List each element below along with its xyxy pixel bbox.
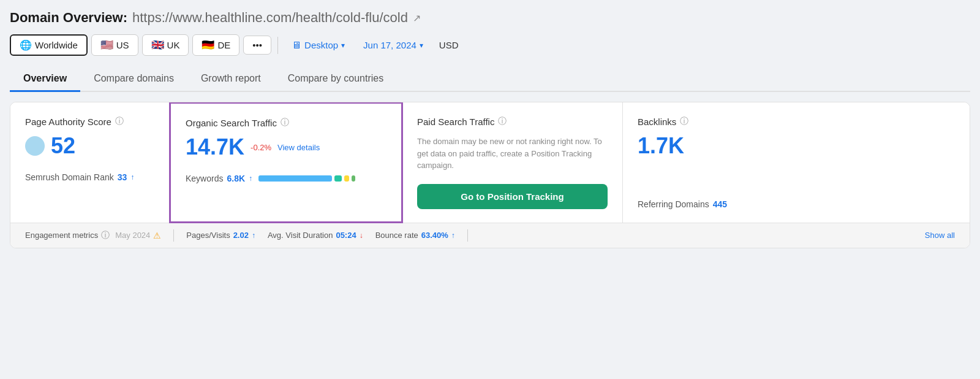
filter-bar: 🌐 Worldwide 🇺🇸 US 🇬🇧 UK 🇩🇪 DE ••• 🖥 Desk… — [10, 34, 970, 56]
tab-compare-countries[interactable]: Compare by countries — [274, 67, 398, 92]
device-label: Desktop — [304, 40, 338, 50]
info-icon[interactable]: ⓘ — [680, 116, 688, 127]
semrush-rank-value: 33 — [118, 172, 127, 182]
bounce-rate-item: Bounce rate 63.40% ↑ — [375, 231, 455, 240]
info-icon[interactable]: ⓘ — [101, 230, 110, 241]
chevron-down-icon: ▾ — [420, 41, 423, 50]
paid-traffic-card: Paid Search Traffic ⓘ The domain may be … — [402, 102, 623, 223]
keyword-bar-blue — [258, 175, 332, 182]
organic-traffic-label: Organic Search Traffic ⓘ — [186, 117, 386, 128]
tab-growth-report[interactable]: Growth report — [187, 67, 274, 92]
keyword-bar-teal — [334, 175, 342, 182]
page-container: Domain Overview: https://www.healthline.… — [10, 10, 970, 248]
more-label: ••• — [252, 40, 262, 50]
chevron-down-icon: ▾ — [341, 41, 345, 50]
pages-visits-item: Pages/Visits 2.02 ↑ — [186, 231, 255, 240]
keywords-trend-icon: ↑ — [249, 174, 252, 183]
paid-traffic-label: Paid Search Traffic ⓘ — [417, 116, 608, 127]
engagement-divider-2 — [467, 229, 468, 242]
de-flag-icon: 🇩🇪 — [202, 39, 214, 52]
organic-traffic-value: 14.7K — [186, 134, 244, 160]
info-icon[interactable]: ⓘ — [281, 117, 289, 128]
organic-traffic-change: -0.2% — [251, 143, 271, 152]
engagement-bar: Engagement metrics ⓘ May 2024 ⚠ Pages/Vi… — [10, 223, 970, 248]
keywords-row: Keywords 6.8K ↑ — [186, 174, 386, 183]
backlinks-card: Backlinks ⓘ 1.7K Referring Domains 445 — [623, 102, 970, 223]
uk-flag-icon: 🇬🇧 — [151, 39, 164, 52]
uk-button[interactable]: 🇬🇧 UK — [142, 34, 189, 56]
rank-trend-icon: ↑ — [130, 173, 134, 182]
metrics-grid: Page Authority Score ⓘ 52 Semrush Domain… — [10, 102, 970, 223]
bounce-rate-value: 63.40% — [421, 231, 448, 240]
organic-traffic-value-row: 14.7K -0.2% View details — [186, 134, 386, 160]
uk-label: UK — [167, 40, 180, 50]
semrush-rank-row: Semrush Domain Rank 33 ↑ — [25, 172, 154, 182]
keywords-value: 6.8K — [227, 174, 245, 183]
desktop-icon: 🖥 — [292, 40, 301, 51]
backlinks-value-row: 1.7K — [638, 133, 955, 159]
tab-overview[interactable]: Overview — [10, 67, 80, 92]
warning-icon: ⚠ — [153, 231, 161, 240]
info-icon[interactable]: ⓘ — [498, 116, 507, 127]
pages-visits-value: 2.02 — [233, 231, 249, 240]
date-label: Jun 17, 2024 — [363, 40, 417, 50]
paid-traffic-description: The domain may be new or not ranking rig… — [417, 136, 608, 172]
page-title: Domain Overview: — [10, 10, 127, 26]
header-row: Domain Overview: https://www.healthline.… — [10, 10, 970, 26]
bounce-rate-trend: ↑ — [451, 231, 455, 240]
referring-domains-row: Referring Domains 445 — [638, 199, 955, 209]
keyword-bar-yellow — [344, 175, 349, 182]
position-tracking-button[interactable]: Go to Position Tracking — [417, 184, 608, 209]
avg-visit-item: Avg. Visit Duration 05:24 ↓ — [268, 231, 363, 240]
globe-icon: 🌐 — [20, 39, 32, 51]
domain-url: https://www.healthline.com/health/cold-f… — [132, 10, 408, 26]
keyword-bar-green — [352, 175, 355, 182]
us-button[interactable]: 🇺🇸 US — [91, 34, 138, 56]
currency-label: USD — [434, 36, 464, 54]
info-icon[interactable]: ⓘ — [115, 116, 124, 127]
keyword-bar-container — [258, 175, 355, 182]
view-details-link[interactable]: View details — [277, 143, 320, 152]
avg-visit-value: 05:24 — [336, 231, 356, 240]
page-authority-value-row: 52 — [25, 133, 154, 159]
page-authority-card: Page Authority Score ⓘ 52 Semrush Domain… — [10, 102, 170, 223]
authority-circle — [25, 136, 45, 156]
tabs-row: Overview Compare domains Growth report C… — [10, 67, 970, 92]
worldwide-button[interactable]: 🌐 Worldwide — [10, 34, 88, 56]
date-dropdown[interactable]: Jun 17, 2024 ▾ — [356, 36, 431, 54]
us-label: US — [116, 40, 129, 50]
external-link-icon[interactable]: ↗ — [413, 12, 421, 24]
filter-separator — [277, 37, 278, 54]
device-dropdown[interactable]: 🖥 Desktop ▾ — [284, 36, 352, 55]
more-button[interactable]: ••• — [243, 36, 271, 55]
avg-visit-trend: ↓ — [360, 231, 363, 240]
engagement-divider — [173, 229, 174, 242]
organic-traffic-card: Organic Search Traffic ⓘ 14.7K -0.2% Vie… — [169, 102, 403, 223]
de-button[interactable]: 🇩🇪 DE — [192, 34, 239, 56]
backlinks-value: 1.7K — [638, 133, 684, 159]
engagement-metrics-label: Engagement metrics ⓘ May 2024 ⚠ — [25, 230, 161, 241]
de-label: DE — [217, 40, 230, 50]
pages-visits-trend: ↑ — [252, 231, 255, 240]
us-flag-icon: 🇺🇸 — [100, 39, 113, 52]
page-authority-label: Page Authority Score ⓘ — [25, 116, 154, 127]
show-all-link[interactable]: Show all — [925, 231, 955, 240]
referring-domains-value: 445 — [713, 199, 727, 209]
metrics-outer: Page Authority Score ⓘ 52 Semrush Domain… — [10, 102, 970, 248]
worldwide-label: Worldwide — [35, 40, 78, 50]
tab-compare-domains[interactable]: Compare domains — [80, 67, 187, 92]
page-authority-value: 52 — [51, 133, 75, 159]
backlinks-label: Backlinks ⓘ — [638, 116, 955, 127]
